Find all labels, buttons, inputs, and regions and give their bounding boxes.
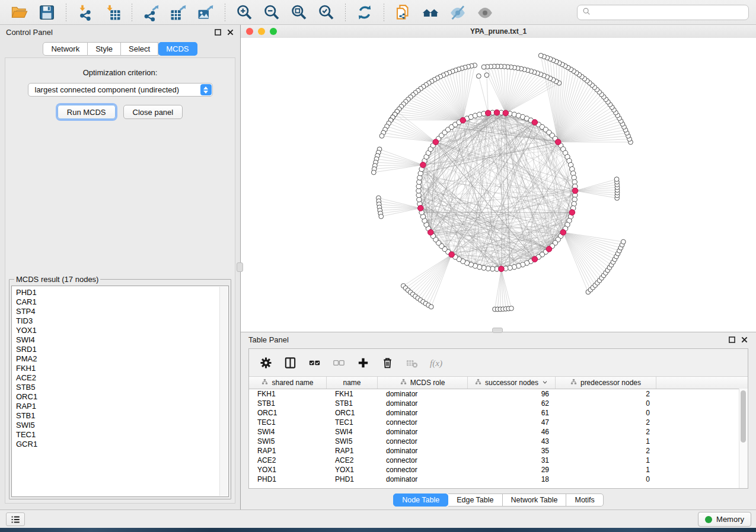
table-cell: 43 (468, 437, 556, 446)
task-history-icon[interactable] (6, 512, 25, 526)
mcds-result-item[interactable]: STB5 (16, 383, 228, 392)
column-header-predecessor-nodes[interactable]: predecessor nodes (556, 377, 656, 389)
table-cell: FKH1 (249, 390, 327, 398)
table-cell: connector (378, 466, 468, 474)
import-table-icon[interactable] (101, 2, 124, 23)
table-row[interactable]: TEC1TEC1connector472 (249, 418, 748, 427)
column-header-shared-name[interactable]: shared name (249, 377, 327, 389)
zoom-fit-icon[interactable] (288, 2, 310, 23)
zoom-out-icon[interactable] (260, 2, 283, 23)
close-panel-button[interactable]: Close panel (123, 105, 183, 119)
mcds-result-item[interactable]: ORC1 (16, 392, 228, 402)
table-row[interactable]: RAP1RAP1dominator352 (249, 446, 748, 456)
column-header-name[interactable]: name (327, 377, 378, 389)
show-all-icon[interactable] (474, 2, 496, 23)
tab-network-table[interactable]: Network Table (503, 493, 567, 507)
vertical-splitter-handle[interactable] (237, 262, 243, 272)
column-header-successor-nodes[interactable]: successor nodes (468, 377, 556, 389)
table-cell: PHD1 (249, 475, 327, 483)
mcds-result-item[interactable]: PMA2 (16, 354, 228, 364)
horizontal-splitter-handle[interactable] (492, 328, 503, 333)
table-cell: ORC1 (327, 409, 378, 417)
search-box[interactable] (577, 5, 749, 20)
export-image-icon[interactable] (194, 2, 217, 23)
refresh-icon[interactable] (353, 2, 376, 23)
network-canvas[interactable] (241, 38, 756, 332)
table-row[interactable]: ORC1ORC1dominator610 (249, 408, 748, 418)
mcds-result-item[interactable]: TEC1 (16, 430, 228, 440)
mcds-result-item[interactable]: STB1 (16, 411, 228, 421)
mcds-result-item[interactable]: SRD1 (16, 345, 228, 354)
add-row-icon[interactable] (352, 354, 375, 371)
table-row[interactable]: SWI4SWI4dominator462 (249, 427, 748, 437)
mcds-result-item[interactable]: ACE2 (16, 373, 228, 383)
mcds-result-item[interactable]: FKH1 (16, 364, 228, 373)
toolbar-separator (384, 4, 384, 21)
mcds-result-item[interactable]: SWI4 (16, 335, 228, 345)
duplicate-network-icon[interactable] (392, 2, 414, 23)
close-panel-icon[interactable] (227, 28, 234, 36)
network-graph[interactable] (241, 38, 756, 332)
mcds-result-item[interactable]: CAR1 (16, 297, 228, 307)
minimize-window-icon[interactable] (258, 28, 265, 35)
save-session-icon[interactable] (36, 2, 58, 23)
table-row[interactable]: STB1STB1dominator620 (249, 399, 748, 408)
mcds-result-item[interactable]: STP4 (16, 307, 228, 316)
close-table-panel-icon[interactable] (741, 336, 748, 344)
tab-node-table[interactable]: Node Table (393, 493, 448, 507)
select-all-icon[interactable] (303, 354, 326, 371)
tab-network[interactable]: Network (43, 42, 88, 56)
deselect-all-icon[interactable] (327, 354, 350, 371)
tab-motifs[interactable]: Motifs (566, 493, 603, 507)
table-row[interactable]: ACE2ACE2connector311 (249, 456, 748, 465)
table-scrollbar[interactable] (739, 389, 748, 488)
zoom-selected-icon[interactable] (315, 2, 337, 23)
dropdown-stepper-icon (200, 84, 212, 95)
float-table-panel-icon[interactable] (728, 336, 736, 344)
column-header-mcds-role[interactable]: MCDS role (378, 377, 468, 389)
table-scrollbar-thumb[interactable] (741, 390, 746, 443)
memory-label: Memory (716, 515, 744, 524)
maximize-window-icon[interactable] (270, 28, 277, 35)
memory-button[interactable]: Memory (698, 512, 751, 527)
table-row[interactable]: YOX1YOX1connector291 (249, 465, 748, 475)
export-network-icon[interactable] (140, 2, 162, 23)
close-window-icon[interactable] (246, 28, 253, 35)
tab-edge-table[interactable]: Edge Table (448, 493, 502, 507)
columns-icon[interactable] (279, 354, 302, 371)
gear-icon[interactable] (254, 354, 277, 371)
mcds-result-item[interactable]: YOX1 (16, 326, 228, 335)
mcds-list-scrollbar[interactable] (219, 287, 228, 496)
table-row[interactable]: SWI5SWI5connector431 (249, 437, 748, 446)
table-cell: RAP1 (249, 447, 327, 455)
zoom-in-icon[interactable] (233, 2, 256, 23)
mcds-result-item[interactable]: PHD1 (16, 288, 228, 297)
tab-style[interactable]: Style (88, 42, 121, 56)
float-panel-icon[interactable] (214, 28, 222, 36)
desktop-background (0, 528, 756, 532)
hide-selected-icon[interactable] (446, 2, 469, 23)
mcds-result-item[interactable]: GCR1 (16, 440, 228, 449)
export-table-icon[interactable] (167, 2, 190, 23)
search-input[interactable] (592, 8, 744, 18)
table-row[interactable]: FKH1FKH1dominator962 (249, 389, 748, 399)
table-cell: dominator (378, 409, 468, 417)
delete-row-icon[interactable] (376, 354, 399, 371)
run-mcds-button[interactable]: Run MCDS (58, 105, 116, 119)
table-cell: SWI4 (249, 428, 327, 436)
network-window-titlebar[interactable]: YPA_prune.txt_1 (241, 25, 756, 39)
mcds-result-item[interactable]: SWI5 (16, 421, 228, 430)
mcds-result-list[interactable]: PHD1CAR1STP4TID3YOX1SWI4SRD1PMA2FKH1ACE2… (11, 286, 229, 497)
first-neighbors-icon[interactable] (419, 2, 442, 23)
mcds-result-item[interactable]: RAP1 (16, 402, 228, 411)
open-file-icon[interactable] (8, 2, 31, 23)
tab-select[interactable]: Select (121, 42, 158, 56)
import-network-icon[interactable] (74, 2, 97, 23)
tab-mcds[interactable]: MCDS (158, 42, 197, 56)
criterion-dropdown[interactable]: largest connected component (undirected) (28, 83, 213, 97)
mcds-result-item[interactable]: TID3 (16, 316, 228, 326)
table-row[interactable]: PHD1PHD1dominator180 (249, 475, 748, 484)
sort-desc-icon (542, 379, 548, 387)
control-panel-titlebar: Control Panel (0, 25, 240, 39)
table-cell: SWI4 (327, 428, 378, 436)
